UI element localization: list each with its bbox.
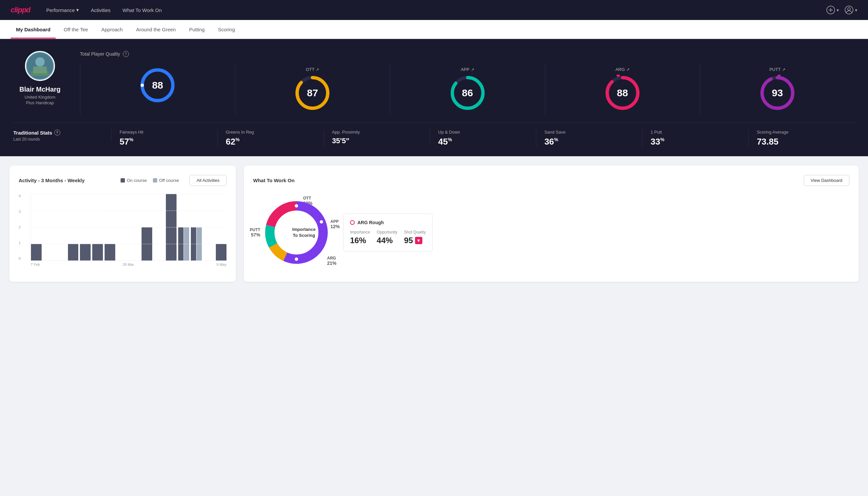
avatar: [25, 51, 55, 81]
help-icon[interactable]: ?: [123, 51, 129, 57]
ring-total: 88: [139, 67, 176, 104]
bar-group-12: [166, 194, 176, 261]
stat-up-down-value: 45%: [438, 137, 452, 147]
y-label-2: 2: [19, 225, 21, 229]
detail-title: ARG Rough: [358, 220, 384, 225]
on-course-dot: [121, 178, 125, 183]
wtwo-header: What To Work On View Dashboard: [253, 175, 849, 186]
bar-on: [216, 244, 226, 261]
bar-group-1: [31, 244, 42, 261]
nav-performance[interactable]: Performance ▾: [46, 7, 79, 13]
tab-scoring[interactable]: Scoring: [212, 20, 240, 38]
opportunity-value: 44%: [377, 236, 397, 245]
putt-score-value: 93: [772, 87, 783, 98]
traditional-stats-help-icon[interactable]: ?: [54, 129, 60, 136]
bar-off: [184, 227, 189, 261]
bar-group-10: [142, 227, 152, 261]
bar-group-7: [105, 244, 115, 261]
shot-quality-label: Shot Quality: [404, 230, 426, 234]
stat-greens-in-reg: Greens In Reg 62%: [218, 129, 324, 147]
donut-label-app: APP 12%: [330, 219, 340, 229]
donut-center-label: Importance To Scoring: [292, 227, 315, 238]
y-label-3: 3: [19, 210, 21, 214]
bar-group-4: [68, 244, 79, 261]
score-app: APP ↗ 86: [390, 64, 545, 114]
arg-trend-icon: ↗: [626, 67, 630, 72]
putt-trend-icon: ↗: [782, 67, 785, 72]
stat-sand-save-value: 36%: [544, 137, 558, 147]
chart-title: Activity - 3 Months - Weekly: [19, 177, 84, 183]
player-country: United Kingdom: [25, 95, 56, 99]
nav-what-to-work-on[interactable]: What To Work On: [123, 7, 162, 13]
off-course-dot: [153, 178, 157, 183]
ring-putt: 93: [759, 75, 796, 111]
detail-metric-shot-quality: Shot Quality 95 ▼: [404, 230, 426, 245]
chart-area: 0 1 2 3 4: [19, 194, 226, 267]
importance-value: 16%: [350, 236, 370, 245]
app-trend-icon: ↗: [471, 67, 474, 72]
hero-section: Blair McHarg United Kingdom Plus Handica…: [0, 39, 868, 156]
add-button[interactable]: ▾: [826, 5, 839, 15]
svg-rect-7: [33, 67, 47, 73]
stat-sand-save-label: Sand Save: [544, 129, 566, 135]
svg-point-28: [295, 204, 298, 207]
bar-on: [80, 244, 91, 261]
nav-icons: ▾ ▾: [826, 5, 857, 15]
arg-label: ARG ↗: [616, 67, 630, 72]
stat-scoring-average: Scoring Average 73.85: [749, 129, 855, 147]
legend-on-course: On course: [121, 178, 147, 183]
score-ott: OTT ↗ 87: [235, 64, 390, 114]
app-logo[interactable]: clippd: [11, 6, 30, 14]
tab-approach[interactable]: Approach: [96, 20, 128, 38]
svg-point-6: [35, 57, 45, 67]
y-label-4: 4: [19, 194, 21, 198]
detail-dot: [350, 220, 355, 225]
bar-group-14: [191, 227, 202, 261]
nav-activities[interactable]: Activities: [91, 7, 111, 13]
bar-group-5: [80, 244, 91, 261]
tab-putting[interactable]: Putting: [184, 20, 210, 38]
svg-point-29: [320, 220, 323, 223]
bar-on: [191, 227, 196, 261]
chart-header: Activity - 3 Months - Weekly On course O…: [19, 175, 226, 186]
app-label: APP ↗: [461, 67, 474, 72]
tab-around-the-green[interactable]: Around the Green: [130, 20, 181, 38]
user-menu-button[interactable]: ▾: [845, 5, 857, 15]
app-score-value: 86: [462, 87, 473, 98]
chevron-down-icon: ▾: [76, 7, 79, 13]
bar-group-6: [92, 244, 103, 261]
tab-my-dashboard[interactable]: My Dashboard: [11, 20, 56, 38]
stat-app-proximity: App. Proximity 35'5": [324, 129, 430, 145]
tab-off-the-tee[interactable]: Off the Tee: [58, 20, 93, 38]
bar-group-13: [178, 227, 189, 261]
stat-one-putt-value: 33%: [650, 137, 664, 147]
score-putt: PUTT ↗ 93: [700, 64, 855, 114]
down-arrow-badge: ▼: [415, 237, 422, 244]
svg-point-4: [848, 7, 850, 10]
stat-up-down-label: Up & Down: [438, 129, 460, 135]
traditional-stats-title: Traditional Stats: [13, 130, 52, 136]
view-dashboard-button[interactable]: View Dashboard: [804, 175, 849, 186]
bar-group-16: [216, 244, 226, 261]
importance-label: Importance: [350, 230, 370, 234]
bar-on: [166, 194, 176, 261]
traditional-stats-period: Last 20 rounds: [13, 137, 40, 142]
bar-on: [92, 244, 103, 261]
ring-arg: 88: [604, 75, 641, 111]
bar-on: [31, 244, 42, 261]
stat-greens-value: 62%: [226, 137, 239, 147]
main-content: Activity - 3 Months - Weekly On course O…: [0, 156, 868, 291]
bar-on: [68, 244, 79, 261]
y-label-0: 0: [19, 257, 21, 261]
stat-one-putt: 1 Putt 33%: [643, 129, 749, 147]
stat-greens-label: Greens In Reg: [226, 129, 254, 135]
chart-legend: On course Off course: [121, 178, 179, 183]
stat-fairways-hit-value: 57%: [120, 137, 133, 147]
all-activities-button[interactable]: All Activities: [190, 175, 226, 186]
top-navigation: clippd Performance ▾ Activities What To …: [0, 0, 868, 20]
activity-chart-card: Activity - 3 Months - Weekly On course O…: [9, 166, 236, 282]
traditional-stats: Traditional Stats ? Last 20 rounds Fairw…: [13, 129, 855, 147]
shot-quality-value: 95 ▼: [404, 236, 426, 245]
add-chevron-icon: ▾: [837, 7, 839, 13]
detail-card-header: ARG Rough: [350, 220, 426, 225]
